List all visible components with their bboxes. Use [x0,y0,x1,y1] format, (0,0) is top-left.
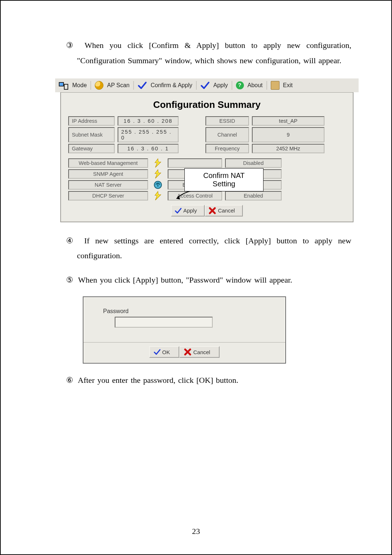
summary-block-1: IP Address 16 . 3 . 60 . 208 ESSID test_… [68,116,346,153]
toolbar-exit[interactable]: Exit [283,82,293,89]
cell-value: test_AP [252,116,324,126]
circled-3: ③ [66,41,77,50]
summary-apply-label: Apply [183,207,197,214]
toolbar-about[interactable]: About [248,82,263,89]
question-icon [153,191,163,200]
x-icon [184,348,192,356]
svg-rect-1 [60,83,63,86]
info-icon [236,81,244,89]
cell-value: 2452 MHz [252,144,324,153]
step-5-text: When you click [Apply] button, "Password… [78,275,292,284]
exit-icon [271,81,279,90]
summary-row: IP Address 16 . 3 . 60 . 208 ESSID test_… [68,116,346,126]
check-icon [175,207,182,214]
step-3: ③ When you click [Confirm & Apply] butto… [66,38,351,68]
summary-row: Gateway 16 . 3 . 60 . 1 Frequency 2452 M… [68,144,346,153]
step-6: ⑥ After you enter the password, click [O… [66,374,351,386]
cell-label: IP Address [68,116,115,126]
config-summary-screenshot: Mode AP Scan Confirm & Apply [55,78,359,222]
password-cancel-label: Cancel [193,349,210,355]
app-logo-icon [58,81,69,90]
toolbar-about-label: About [248,82,263,89]
config-summary-title: Configuration Summary [68,99,346,110]
circled-5: ⑤ [66,275,73,284]
toolbar-apscan[interactable]: AP Scan [107,82,130,89]
password-ok-button[interactable]: OK [149,346,180,358]
toolbar-confirm-apply[interactable]: Confirm & Apply [151,82,192,89]
callout-line2: Setting [188,180,260,188]
cell-label: Channel [205,127,249,142]
x-icon [208,207,216,215]
callout-line1: Confirm NAT [188,171,260,180]
callout-arrow [175,190,193,201]
step-4-text: If new settings are entered correctly, c… [77,236,351,260]
cell-label: Gateway [68,144,115,153]
password-input[interactable] [115,317,213,328]
circled-6: ⑥ [66,376,73,385]
password-label: Password [103,308,274,315]
summary-row: Subnet Mask 255 . 255 . 255 . 0 Channel … [68,127,346,142]
question-icon [153,158,163,168]
toolbar-sep [232,81,232,90]
step-6-text: After you enter the password, click [OK]… [78,376,238,385]
check-icon [200,81,210,90]
cell-label: ESSID [205,116,249,126]
toolbar-sep [196,81,197,90]
summary-row: Web-based Management Disabled [68,158,346,168]
toolbar-sep [266,81,267,90]
password-buttons: OK Cancel [83,342,285,363]
cell-label [168,158,222,168]
toolbar-confirm-apply-label: Confirm & Apply [151,82,192,89]
cell-label: NAT Server [68,180,148,190]
toolbar-sep [90,81,91,90]
toolbar-mode-label: Mode [72,82,87,89]
cell-value: Enabled [225,191,282,200]
toolbar-exit-label: Exit [283,82,293,89]
summary-cancel-label: Cancel [218,207,235,214]
cell-value: 9 [252,127,324,142]
circled-4: ④ [66,236,76,245]
summary-apply-button[interactable]: Apply [171,205,205,216]
config-summary-panel: Configuration Summary IP Address 16 . 3 … [60,92,354,222]
summary-cancel-button[interactable]: Cancel [205,205,243,216]
step-5: ⑤ When you click [Apply] button, "Passwo… [66,274,351,286]
cell-value: 255 . 255 . 255 . 0 [118,127,179,142]
svg-rect-2 [64,84,68,89]
globe-icon [95,81,103,90]
cell-label: SNMP Agent [68,169,148,179]
check-icon [154,348,161,356]
password-cancel-button[interactable]: Cancel [179,346,220,358]
app-toolbar: Mode AP Scan Confirm & Apply [55,78,359,92]
check-icon [138,81,147,90]
cell-label: Subnet Mask [68,127,115,142]
toolbar-apscan-label: AP Scan [107,82,130,89]
summary-row: DHCP Server Access Control Enabled [68,191,346,200]
cell-value: 16 . 3 . 60 . 1 [118,144,179,153]
password-dialog-screenshot: Password OK Cancel [83,296,286,364]
callout-box: Confirm NAT Setting [184,168,264,191]
toolbar-apply-label: Apply [213,82,228,89]
cell-value: Disabled [225,158,282,168]
nat-icon [153,180,163,190]
cell-label: Frequency [205,144,249,153]
summary-buttons: Apply Cancel [68,205,346,216]
cell-value: 16 . 3 . 60 . 208 [118,116,179,126]
page-number: 23 [1,527,391,536]
password-dialog: Password OK Cancel [83,296,286,364]
cell-label: DHCP Server [68,191,148,200]
toolbar-apply[interactable]: Apply [213,82,228,89]
question-icon [153,169,163,179]
password-ok-label: OK [162,349,170,355]
step-3-text: When you click [Confirm & Apply] button … [77,41,351,65]
cell-label: Web-based Management [68,158,148,168]
toolbar-sep [133,81,134,90]
step-4: ④ If new settings are entered correctly,… [66,233,351,264]
toolbar-mode[interactable]: Mode [72,82,87,89]
